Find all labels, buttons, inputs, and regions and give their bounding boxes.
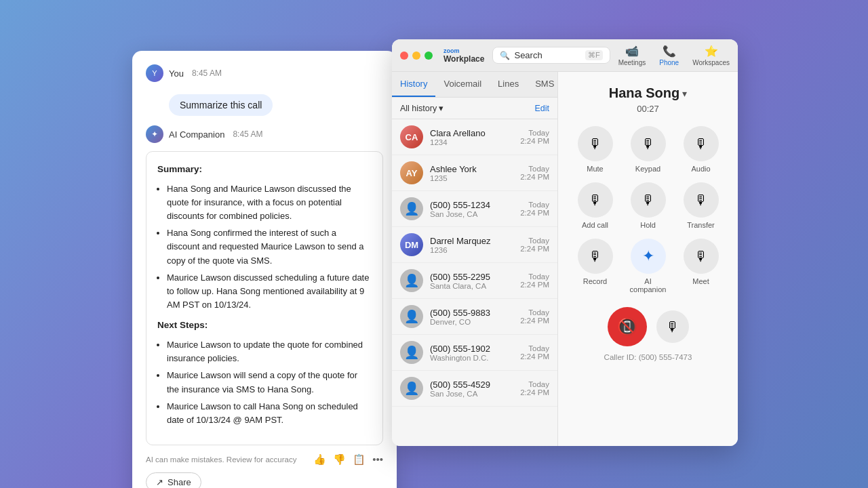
audio-button[interactable]: 🎙 Audio <box>679 126 723 173</box>
avatar: 👤 <box>400 305 423 328</box>
summary-box: Summary: Hana Song and Maurice Lawson di… <box>146 151 383 445</box>
list-item[interactable]: 👤 (500) 555-2295 Santa Clara, CA Today 2… <box>392 263 557 299</box>
call-date: Today <box>520 129 549 137</box>
zoom-body: History Voicemail Lines SMS All history … <box>392 72 738 446</box>
brand-workplace: Workplace <box>443 54 484 64</box>
summary-bullet-3: Maurice Lawson discussed scheduling a fu… <box>167 271 372 312</box>
summary-bullet-2: Hana Song confirmed the interest of such… <box>167 226 372 267</box>
hold-label: Hold <box>640 221 656 229</box>
history-info: Darrel Marquez 1236 <box>430 236 513 254</box>
time-col: Today 2:24 PM <box>520 344 549 361</box>
call-end-row: 📵 🎙 <box>608 307 689 346</box>
search-box[interactable]: 🔍 Search ⌘F <box>492 47 610 64</box>
contact-number: 1234 <box>430 138 513 146</box>
audio-icon-circle: 🎙 <box>684 126 719 161</box>
history-tabs: History Voicemail Lines SMS <box>392 72 557 98</box>
contact-name: Darrel Marquez <box>430 236 513 246</box>
nav-phone[interactable]: 📞 Phone <box>659 45 679 66</box>
list-item[interactable]: 👤 (500) 555-1234 San Jose, CA Today 2:24… <box>392 191 557 227</box>
summary-bullet-1: Hana Song and Maurice Lawson discussed t… <box>167 182 372 223</box>
time-col: Today 2:24 PM <box>520 272 549 289</box>
history-filter: All history ▾ Edit <box>392 98 557 119</box>
call-date: Today <box>520 308 549 317</box>
meetings-label: Meetings <box>618 59 646 66</box>
thumbs-down-icon[interactable]: 👎 <box>333 453 346 466</box>
ai-companion-label: AI companion <box>627 277 670 293</box>
maximize-dot[interactable] <box>425 52 433 60</box>
call-time: 2:24 PM <box>520 137 549 145</box>
keypad-icon-circle: 🎙 <box>631 126 666 161</box>
brand-zoom: zoom <box>443 47 484 54</box>
call-date: Today <box>520 201 549 209</box>
record-label: Record <box>583 277 607 285</box>
thumbs-up-icon[interactable]: 👍 <box>313 453 326 466</box>
ai-footer-actions: 👍 👎 📋 ••• <box>313 453 383 466</box>
workspaces-label: Workspaces <box>692 59 730 66</box>
time-col: Today 2:24 PM <box>520 165 549 181</box>
window-controls <box>400 52 433 60</box>
list-item[interactable]: DM Darrel Marquez 1236 Today 2:24 PM <box>392 227 557 263</box>
phone-icon: 📞 <box>663 45 676 58</box>
keypad-button[interactable]: 🎙 Keypad <box>627 126 670 173</box>
phone-label: Phone <box>659 59 679 66</box>
call-duration: 00:27 <box>637 104 659 114</box>
user-time: 8:45 AM <box>192 68 222 78</box>
copy-icon[interactable]: 📋 <box>353 453 366 466</box>
add-call-button[interactable]: 🎙 Add call <box>574 182 617 229</box>
list-item[interactable]: AY Ashlee York 1235 Today 2:24 PM <box>392 155 557 191</box>
contact-number: 1236 <box>430 246 513 254</box>
call-buttons-grid: 🎙 Mute 🎙 Keypad 🎙 Audio 🎙 Add call 🎙 <box>574 126 723 293</box>
list-item[interactable]: 👤 (500) 555-4529 San Jose, CA Today 2:24… <box>392 371 557 407</box>
tab-voicemail[interactable]: Voicemail <box>435 72 490 97</box>
mute-icon-circle: 🎙 <box>578 126 613 161</box>
list-item[interactable]: CA Clara Arellano 1234 Today 2:24 PM <box>392 119 557 155</box>
caller-id: Caller ID: (500) 555-7473 <box>604 353 692 361</box>
call-time: 2:24 PM <box>520 317 549 325</box>
contact-number: Washington D.C. <box>430 354 513 362</box>
meet-icon-circle: 🎙 <box>684 239 719 274</box>
user-bubble: Summarize this call <box>169 94 273 116</box>
user-message-row: Y You 8:45 AM <box>146 64 383 82</box>
mute-label: Mute <box>587 165 603 173</box>
nav-meetings[interactable]: 📹 Meetings <box>618 45 646 66</box>
time-col: Today 2:24 PM <box>520 380 549 396</box>
filter-label[interactable]: All history ▾ <box>400 103 443 113</box>
tab-sms[interactable]: SMS <box>527 72 562 97</box>
close-dot[interactable] <box>400 52 408 60</box>
transfer-button[interactable]: 🎙 Transfer <box>679 182 723 229</box>
contact-name: Clara Arellano <box>430 128 513 138</box>
contact-name: (500) 555-9883 <box>430 308 513 318</box>
list-item[interactable]: 👤 (500) 555-9883 Denver, CO Today 2:24 P… <box>392 299 557 335</box>
list-item[interactable]: 👤 (500) 555-1902 Washington D.C. Today 2… <box>392 335 557 371</box>
contact-name: Ashlee York <box>430 164 513 174</box>
more-icon[interactable]: ••• <box>372 453 383 465</box>
edit-button[interactable]: Edit <box>534 104 549 113</box>
nav-workspaces[interactable]: ⭐ Workspaces <box>692 45 730 66</box>
contact-name: (500) 555-2295 <box>430 272 513 282</box>
contact-name: (500) 555-1234 <box>430 200 513 210</box>
record-button[interactable]: 🎙 Record <box>574 239 617 293</box>
search-icon: 🔍 <box>500 51 510 60</box>
tab-history[interactable]: History <box>392 72 435 97</box>
summary-bullets: Hana Song and Maurice Lawson discussed t… <box>167 182 372 312</box>
avatar: 👤 <box>400 377 423 400</box>
ai-companion-header: ✦ AI Companion 8:45 AM <box>146 125 383 143</box>
filter-chevron-icon: ▾ <box>439 103 443 113</box>
mic-button[interactable]: 🎙 <box>656 310 689 343</box>
hold-button[interactable]: 🎙 Hold <box>627 182 670 229</box>
avatar: 👤 <box>400 341 423 364</box>
ai-companion-panel: Y You 8:45 AM Summarize this call ✦ AI C… <box>132 51 397 488</box>
history-panel: History Voicemail Lines SMS All history … <box>392 72 558 446</box>
tab-lines[interactable]: Lines <box>490 72 527 97</box>
minimize-dot[interactable] <box>412 52 420 60</box>
add-call-icon-circle: 🎙 <box>578 182 613 218</box>
mute-button[interactable]: 🎙 Mute <box>574 126 617 173</box>
history-list: CA Clara Arellano 1234 Today 2:24 PM AY … <box>392 119 557 446</box>
ai-companion-button[interactable]: ✦ AI companion <box>627 239 670 293</box>
end-call-button[interactable]: 📵 <box>608 307 647 346</box>
zoom-window: zoom Workplace 🔍 Search ⌘F 📹 Meetings 📞 … <box>392 39 738 446</box>
share-button[interactable]: ↗ Share <box>146 472 201 488</box>
meet-button[interactable]: 🎙 Meet <box>679 239 723 293</box>
call-name-row: Hana Song ▾ <box>609 85 687 101</box>
keypad-label: Keypad <box>635 165 660 173</box>
